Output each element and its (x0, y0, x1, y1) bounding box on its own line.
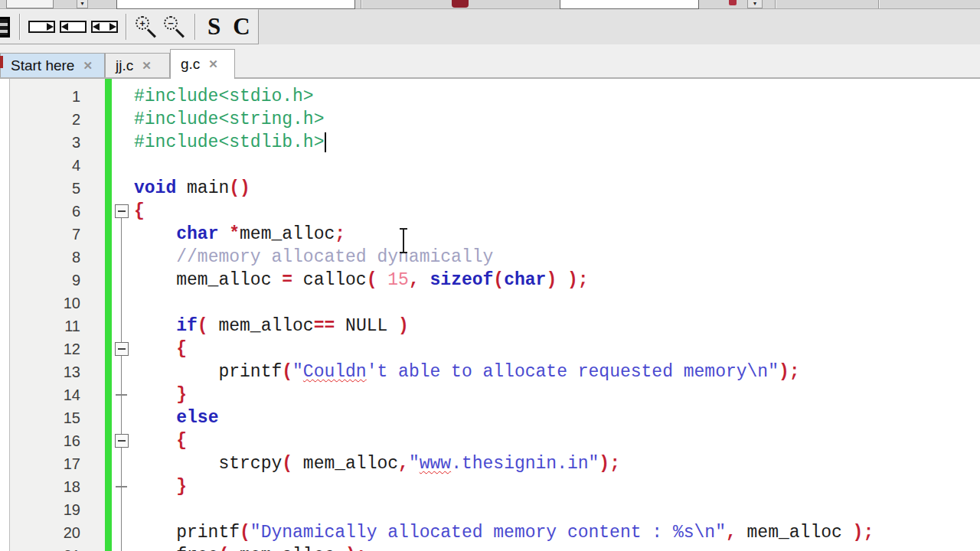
code-segment: { (176, 431, 187, 451)
line-number: 16 (0, 429, 80, 452)
code-segment: 15 (387, 270, 409, 290)
code-segment: mem_alloc (737, 523, 853, 543)
block-select-left-icon[interactable] (60, 21, 87, 33)
code-line[interactable]: } (134, 383, 187, 406)
code-segment: if (176, 316, 198, 336)
line-number: 7 (0, 223, 80, 246)
code-line[interactable]: { (134, 200, 145, 223)
code-segment: sizeof (430, 270, 494, 290)
code-segment (218, 224, 229, 244)
code-line[interactable]: } (134, 475, 187, 498)
code-line[interactable]: //memory allocated dynamically (134, 246, 493, 269)
block-select-right-icon[interactable] (28, 21, 55, 33)
line-number: 5 (0, 177, 80, 200)
goto-input[interactable] (560, 0, 699, 9)
code-segment: char (504, 270, 546, 290)
code-line[interactable]: printf("Dynamically allocated memory con… (134, 521, 874, 544)
code-segment: , (398, 454, 409, 474)
block-select-both-icon[interactable] (91, 21, 118, 33)
code-segment: //memory allocated dynamically (176, 247, 493, 267)
code-segment: ) (546, 270, 557, 290)
tab-start-here[interactable]: Start here✕ (0, 53, 105, 77)
line-number: 6 (0, 200, 80, 223)
code-line[interactable]: { (134, 429, 187, 452)
code-segment: { (134, 201, 145, 221)
code-line[interactable]: char *mem_alloc; (134, 223, 345, 246)
toolbar-separator (19, 14, 21, 40)
line-number: 17 (0, 452, 80, 475)
code-line[interactable]: void main() (134, 177, 250, 200)
code-segment: #include<stdlib.h> (134, 132, 324, 152)
code-line[interactable]: free( mem_alloc ); (134, 544, 367, 551)
code-line[interactable]: printf("Couldn't able to allocate reques… (134, 360, 800, 383)
codestat-tool[interactable]: C (227, 14, 256, 40)
zoom-in-icon[interactable]: + (135, 15, 158, 39)
spellcheck-tool[interactable]: S (201, 14, 227, 40)
tab-g-c[interactable]: g.c✕ (170, 49, 235, 79)
fold-collapse-icon[interactable] (115, 204, 129, 218)
code-segment: ( (367, 270, 377, 290)
code-line[interactable]: if( mem_alloc== NULL ) (134, 315, 409, 337)
code-segment: strcpy (134, 454, 282, 474)
code-segment: ); (599, 454, 620, 474)
code-segment: ); (779, 362, 800, 382)
line-number: 13 (0, 360, 80, 383)
clipped-icon-fragment (0, 56, 3, 68)
code-segment: ( (493, 270, 504, 290)
code-line[interactable]: #include<stdlib.h> (134, 131, 324, 154)
line-number: 3 (0, 131, 80, 154)
toolbar-separator (361, 0, 362, 8)
code-segment (134, 339, 176, 359)
dropdown-icon[interactable]: ▾ (747, 0, 763, 8)
build-target-combo[interactable] (6, 0, 54, 8)
line-number: 4 (0, 154, 80, 177)
tab-label: jj.c (116, 57, 133, 74)
code-segment: mem_alloc (208, 316, 314, 336)
code-line[interactable]: strcpy( mem_alloc,"www.thesignin.in"); (134, 452, 620, 475)
code-line[interactable]: #include<string.h> (134, 108, 324, 131)
code-line[interactable]: { (134, 337, 187, 360)
zoom-out-icon[interactable]: − (163, 15, 187, 39)
code-segment: void (134, 178, 176, 198)
code-segment: ( (218, 546, 229, 551)
search-input[interactable] (116, 0, 355, 9)
code-line[interactable]: #include<stdio.h> (134, 85, 314, 108)
code-editor[interactable]: 1#include<stdio.h>2#include<string.h>3#i… (0, 79, 980, 551)
tab-jj-c[interactable]: jj.c✕ (105, 53, 170, 77)
code-segment: ) (398, 316, 409, 336)
code-segment: else (176, 408, 218, 428)
code-segment: " (292, 362, 303, 382)
code-segment: char (176, 224, 218, 244)
code-segment: "Dynamically allocated memory content : … (250, 523, 726, 543)
tab-close-icon[interactable]: ✕ (142, 59, 152, 73)
tab-close-icon[interactable]: ✕ (83, 59, 93, 73)
toolbar-separator (775, 0, 776, 8)
code-line[interactable]: mem_alloc = calloc( 15, sizeof(char) ); (134, 269, 589, 292)
code-segment (420, 270, 430, 290)
fold-collapse-icon[interactable] (115, 434, 129, 448)
code-segment: , (726, 523, 737, 543)
red-mini-icon[interactable] (729, 0, 737, 5)
code-segment: www (420, 454, 451, 474)
code-segment (134, 224, 176, 244)
tab-close-icon[interactable]: ✕ (208, 57, 218, 71)
line-number: 21 (0, 544, 80, 551)
code-line[interactable]: else (134, 406, 218, 429)
combo-dropdown-icon[interactable]: ▾ (77, 0, 88, 8)
code-segment: ); (853, 523, 874, 543)
code-segment: ( (240, 523, 250, 543)
code-segment: #include<string.h> (134, 109, 324, 129)
tab-bar: Start here✕jj.c✕g.c✕ (0, 44, 980, 79)
zoom-in-icon-glyph: + (136, 16, 149, 30)
line-number: 20 (0, 521, 80, 544)
code-segment: ( (282, 454, 292, 474)
code-segment: NULL (335, 316, 398, 336)
change-bar (105, 79, 112, 551)
ibeam-mouse-pointer (398, 228, 409, 253)
red-tool-icon[interactable] (452, 0, 469, 8)
window-fragment-icon[interactable] (0, 17, 10, 37)
fold-collapse-icon[interactable] (115, 342, 129, 356)
code-segment: mem_alloc (229, 546, 345, 551)
tab-label: Start here (11, 57, 74, 74)
code-segment: Couldn (303, 362, 367, 382)
